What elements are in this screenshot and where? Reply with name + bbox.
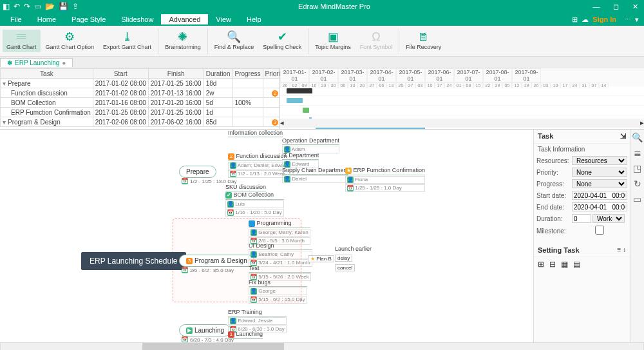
- priority-icon: 3: [186, 258, 193, 264]
- tool-search-icon[interactable]: 🔍: [632, 132, 643, 142]
- export-icon[interactable]: ⇪: [72, 2, 79, 11]
- mindmap-icon: ✽: [7, 59, 12, 66]
- leaf-cancel[interactable]: cancel: [335, 264, 355, 271]
- gantt-row[interactable]: BOM Collection2017-01-16 08:002017-01-20…: [1, 98, 280, 108]
- leaf-op-dept[interactable]: Operation Department👤 Adam: [282, 137, 339, 153]
- brain-icon: ✺: [178, 31, 187, 44]
- leaf-fixbugs[interactable]: Fix bugs 👤 George 📅 5/15 - 6/2 : 15.0 Da…: [249, 279, 307, 304]
- font-icon: Ω: [372, 31, 380, 44]
- gantt-row[interactable]: ERP Fumction Confirmation2017-01-25 08:0…: [1, 108, 280, 117]
- search-icon: 🔍: [227, 31, 241, 44]
- settings-icons[interactable]: ≡ ↕: [617, 246, 626, 254]
- side-title: Task: [538, 132, 553, 141]
- menu-dropdown-icon[interactable]: ▾: [635, 15, 639, 24]
- undo-icon[interactable]: ↶: [14, 2, 20, 11]
- startdate-input[interactable]: [572, 191, 627, 200]
- leaf-bom[interactable]: ✔ BOM Collection 👤 Luis 📅 1/16 - 1/20 : …: [225, 191, 284, 217]
- gantt-chart[interactable]: 2017-01-012017-02-012017-03-012017-04-01…: [279, 68, 644, 129]
- priority-select[interactable]: None: [572, 168, 627, 177]
- tool-clipboard-icon[interactable]: ◳: [633, 163, 641, 173]
- ribbon-margins[interactable]: ▣Topic Margins: [311, 30, 355, 53]
- leaf-programming[interactable]: 🌐 Programming 👤 George; Marry; Karen 📅 2…: [249, 220, 310, 245]
- progress-select[interactable]: None: [572, 179, 627, 188]
- leaf-erp-conf[interactable]: ★ ERP Fumction Confirmation 👤 Fiona 📅 1/…: [345, 167, 425, 192]
- leaf-sc-dept[interactable]: Supply Chain Department👤 Daniel: [282, 167, 348, 183]
- margins-icon: ▣: [328, 31, 339, 44]
- gantt-col[interactable]: Progress: [232, 69, 263, 79]
- tool-outline-icon[interactable]: ≣: [634, 148, 641, 158]
- menu-advanced[interactable]: Advanced: [161, 14, 208, 24]
- node-program[interactable]: 3Program & Design: [179, 255, 254, 267]
- node-launching[interactable]: ▶Launching: [179, 324, 231, 336]
- tool-page-icon[interactable]: ▭: [633, 194, 641, 204]
- gantt-hscroll[interactable]: ◂▸: [280, 119, 644, 128]
- redo-icon[interactable]: ↷: [24, 2, 30, 11]
- leaf-launching-task[interactable]: 1 Launching: [228, 331, 263, 339]
- milestone-checkbox[interactable]: [572, 226, 627, 235]
- gantt-col[interactable]: Duration: [204, 69, 232, 79]
- leaf-it-dept[interactable]: IT Department👤 Edward: [282, 152, 319, 168]
- tool-history-icon[interactable]: ↻: [634, 179, 641, 189]
- resources-select[interactable]: Resources: [572, 156, 627, 165]
- titlebar: ◧ ↶ ↷ ▭ 📂 💾 ⇪ Edraw MindMaster Pro — ◻ ✕: [0, 0, 644, 13]
- node-prepare[interactable]: Prepare: [179, 166, 216, 178]
- gantt-col[interactable]: Start: [93, 69, 148, 79]
- cloud-icon[interactable]: ☁: [582, 15, 589, 24]
- leaf-info-collection[interactable]: Information collection: [228, 130, 283, 137]
- ribbon-recovery[interactable]: 🗎File Recovery: [402, 30, 445, 53]
- enddate-input[interactable]: [572, 202, 627, 211]
- task-info-label: Task Information: [534, 144, 630, 155]
- grid-icon[interactable]: ▦: [561, 260, 568, 269]
- file-tab[interactable]: ✽ ERP Launching ●: [0, 58, 73, 67]
- gantt-col[interactable]: Finish: [148, 69, 204, 79]
- remove-task-icon[interactable]: ⊟: [549, 260, 556, 269]
- leaf-launch-earlier[interactable]: Launch earlier: [335, 246, 372, 253]
- menu-help[interactable]: Help: [239, 14, 269, 24]
- duration-input[interactable]: [572, 214, 591, 223]
- gantt-row[interactable]: ▾Program & Design2017-02-06 08:002017-06…: [1, 117, 280, 127]
- gantt-row[interactable]: ▾Prepare2017-01-02 08:002017-01-25 16:00…: [1, 79, 280, 88]
- menu-home[interactable]: Home: [30, 14, 64, 24]
- ribbon-gantt-chart[interactable]: 𝄘Gantt Chart: [3, 30, 41, 53]
- leaf-delay[interactable]: delay: [335, 255, 352, 262]
- open-icon[interactable]: 📂: [45, 2, 55, 11]
- gantt-row[interactable]: Function discussion2017-01-02 08:002017-…: [1, 88, 280, 98]
- sign-in-link[interactable]: Sign In: [592, 15, 616, 23]
- menu-view[interactable]: View: [208, 14, 239, 24]
- menu-slideshow[interactable]: Slideshow: [113, 14, 161, 24]
- new-icon[interactable]: ▭: [34, 2, 41, 11]
- menu-file[interactable]: File: [3, 14, 30, 24]
- ribbon-gantt-option[interactable]: ⚙Gantt Chart Option: [42, 30, 99, 53]
- gear-icon: ⚙: [64, 31, 75, 44]
- canvas-hscroll[interactable]: [0, 342, 644, 350]
- file-icon: 🗎: [418, 31, 430, 44]
- ribbon-find-replace[interactable]: 🔍Find & Replace: [211, 30, 258, 53]
- list-icon[interactable]: ▤: [573, 260, 580, 269]
- gantt-col[interactable]: Task: [1, 69, 93, 79]
- pin-icon[interactable]: ⇲: [620, 132, 626, 141]
- leaf-sku[interactable]: SKU discussion: [225, 184, 266, 191]
- leaf-func-discussion[interactable]: 2 Function discussion 👤 Adam; Daniel; Ed…: [228, 153, 290, 178]
- ribbon-brainstorming[interactable]: ✺Brainstorming: [161, 30, 205, 53]
- minimize-icon[interactable]: —: [590, 3, 603, 10]
- node-root[interactable]: ERP Launching Schedule: [81, 252, 186, 270]
- mindmap-canvas[interactable]: ERP Launching Schedule Prepare 📅1/2 - 1/…: [0, 130, 533, 342]
- gantt-table[interactable]: TaskStartFinishDurationProgressPriorityR…: [0, 68, 279, 129]
- leaf-training[interactable]: ERP Training 👤 Edward; Jessie 📅 6/28 - 6…: [228, 309, 287, 333]
- share-icon[interactable]: ⊞: [572, 15, 578, 24]
- more-icon[interactable]: ⋯: [624, 15, 631, 24]
- app-title: Edraw MindMaster Pro: [79, 3, 590, 10]
- menu-pagestyle[interactable]: Page Style: [64, 14, 113, 24]
- maximize-icon[interactable]: ◻: [609, 3, 622, 11]
- dirty-dot-icon: ●: [62, 59, 66, 66]
- ribbon-export-gantt[interactable]: ⤓Export Gantt Chart: [99, 30, 155, 53]
- close-icon[interactable]: ✕: [629, 3, 641, 11]
- node-plan-b[interactable]: ★ Plan B: [308, 255, 334, 262]
- ribbon-font-symbol[interactable]: ΩFont Symbol: [356, 30, 397, 53]
- add-task-icon[interactable]: ⊞: [538, 260, 544, 269]
- save-icon[interactable]: 💾: [59, 2, 68, 11]
- gantt-col[interactable]: Priority: [263, 69, 279, 79]
- leaf-uidesign[interactable]: UI Design 👤 Beatrice; Cathy 📅 3/24 - 4/2…: [249, 242, 312, 267]
- ribbon-spelling[interactable]: ✔Spelling Check: [259, 30, 305, 53]
- duration-unit-select[interactable]: Workda: [592, 214, 625, 223]
